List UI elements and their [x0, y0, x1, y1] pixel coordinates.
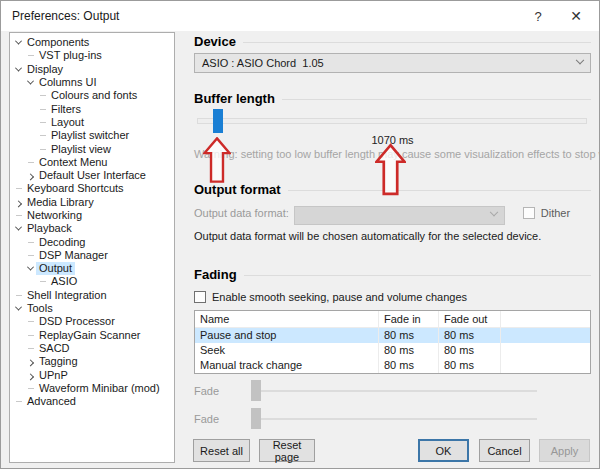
preferences-dialog: Preferences: Output ? ✕ Components VST p… [0, 0, 600, 469]
tree-connector [37, 122, 48, 123]
slider-handle[interactable] [213, 109, 223, 133]
tree-connector [37, 109, 48, 110]
column-header-name[interactable]: Name [195, 311, 378, 328]
sidebar-item-sacd[interactable]: SACD [10, 342, 174, 355]
tree-connector [13, 295, 24, 296]
sidebar-item-columns-ui[interactable]: Columns UI [10, 76, 174, 89]
help-button[interactable]: ? [519, 1, 557, 31]
sidebar-item-playback[interactable]: Playback [10, 222, 174, 235]
close-button[interactable]: ✕ [557, 1, 595, 31]
heading-separator [288, 190, 591, 191]
slider-handle[interactable] [251, 408, 261, 429]
dither-option: Dither [523, 207, 570, 219]
chevron-down-icon[interactable] [13, 40, 24, 45]
dither-label: Dither [541, 207, 570, 219]
slider-track[interactable] [197, 118, 587, 124]
smooth-seeking-label: Enable smooth seeking, pause and volume … [212, 291, 467, 303]
chevron-down-icon[interactable] [25, 80, 36, 85]
sidebar-item-advanced[interactable]: Advanced [10, 395, 174, 408]
sidebar-item-filters[interactable]: Filters [10, 102, 174, 115]
sidebar-item-components[interactable]: Components [10, 36, 174, 49]
sidebar-item-networking[interactable]: Networking [10, 209, 174, 222]
slider-track[interactable] [251, 418, 537, 420]
window-title: Preferences: Output [1, 9, 119, 23]
fading-section-heading: Fading [194, 267, 591, 282]
sidebar-item-tools[interactable]: Tools [10, 302, 174, 315]
table-row-pause-and-stop[interactable]: Pause and stop 80 ms 80 ms [195, 328, 590, 343]
sidebar-item-default-user-interface[interactable]: Default User Interface [10, 169, 174, 182]
tree-connector [13, 401, 24, 402]
tree-connector [13, 215, 24, 216]
tree-connector [25, 242, 36, 243]
tree-connector [25, 162, 36, 163]
chevron-down-icon[interactable] [13, 306, 24, 311]
cell-name: Seek [195, 343, 378, 358]
sidebar-item-context-menu[interactable]: Context Menu [10, 156, 174, 169]
sidebar-item-asio[interactable]: ASIO [10, 275, 174, 288]
sidebar-item-shell-integration[interactable]: Shell Integration [10, 289, 174, 302]
heading-separator [282, 99, 591, 100]
fade-in-slider-row: Fade [194, 380, 591, 402]
sidebar-item-waveform-minibar-mod[interactable]: Waveform Minibar (mod) [10, 382, 174, 395]
device-selected-value: ASIO : ASIO Chord 1.05 [202, 57, 324, 69]
chevron-down-icon[interactable] [25, 266, 36, 271]
tree-connector [37, 149, 48, 150]
slider-handle[interactable] [251, 380, 261, 401]
sidebar-item-colours-and-fonts[interactable]: Colours and fonts [10, 89, 174, 102]
chevron-right-icon[interactable] [25, 173, 36, 178]
column-header-fade-out[interactable]: Fade out [438, 311, 500, 328]
tree-connector [37, 281, 48, 282]
table-row-manual-track-change[interactable]: Manual track change 80 ms 80 ms [195, 358, 590, 373]
cancel-button[interactable]: Cancel [479, 439, 530, 462]
tree-connector [13, 188, 24, 189]
sidebar-item-decoding[interactable]: Decoding [10, 235, 174, 248]
fade-in-slider[interactable] [251, 380, 537, 402]
tree-connector [25, 321, 36, 322]
ok-button[interactable]: OK [418, 439, 469, 462]
reset-all-button[interactable]: Reset all [193, 439, 250, 462]
chevron-down-icon[interactable] [13, 67, 24, 72]
sidebar-item-display[interactable]: Display [10, 63, 174, 76]
cell-fade-out: 80 ms [438, 328, 500, 343]
dither-checkbox[interactable] [523, 207, 535, 219]
chevron-down-icon[interactable] [13, 226, 24, 231]
sidebar-item-playlist-view[interactable]: Playlist view [10, 142, 174, 155]
dialog-footer: Reset all Reset page OK Cancel Apply [193, 439, 590, 462]
device-select[interactable]: ASIO : ASIO Chord 1.05 [194, 53, 591, 73]
sidebar-item-dsp-manager[interactable]: DSP Manager [10, 249, 174, 262]
smooth-seeking-checkbox[interactable] [194, 291, 206, 303]
buffer-heading-label: Buffer length [194, 91, 275, 106]
output-data-format-select[interactable] [294, 206, 505, 225]
chevron-right-icon[interactable] [13, 200, 24, 205]
output-format-heading-label: Output format [194, 182, 281, 197]
buffer-length-value: 1070 ms [194, 134, 591, 146]
output-format-row: Output data format: Dither [194, 203, 591, 223]
chevron-right-icon[interactable] [25, 373, 36, 378]
preferences-tree: Components VST plug-ins Display Columns … [9, 32, 175, 463]
column-header-fade-in[interactable]: Fade in [378, 311, 438, 328]
sidebar-item-layout[interactable]: Layout [10, 116, 174, 129]
table-row-seek[interactable]: Seek 80 ms 80 ms [195, 343, 590, 358]
sidebar-item-dsd-processor[interactable]: DSD Processor [10, 315, 174, 328]
slider-track[interactable] [251, 390, 537, 392]
reset-page-button[interactable]: Reset page [259, 439, 315, 462]
buffer-length-slider[interactable] [194, 109, 591, 134]
sidebar-item-playlist-switcher[interactable]: Playlist switcher [10, 129, 174, 142]
sidebar-item-replaygain-scanner[interactable]: ReplayGain Scanner [10, 329, 174, 342]
fading-heading-label: Fading [194, 267, 237, 282]
fade-out-slider[interactable] [251, 408, 537, 430]
fading-table: Name Fade in Fade out Pause and stop 80 … [194, 310, 591, 374]
sidebar-item-tagging[interactable]: Tagging [10, 355, 174, 368]
sidebar-item-output[interactable]: Output [10, 262, 174, 275]
sidebar-item-media-library[interactable]: Media Library [10, 196, 174, 209]
apply-button[interactable]: Apply [539, 439, 590, 462]
heading-separator [244, 275, 591, 276]
cell-name: Manual track change [195, 358, 378, 373]
sidebar-item-keyboard-shortcuts[interactable]: Keyboard Shortcuts [10, 182, 174, 195]
sidebar-item-vst-plug-ins[interactable]: VST plug-ins [10, 49, 174, 62]
chevron-right-icon[interactable] [25, 359, 36, 364]
output-format-note: Output data format will be chosen automa… [194, 230, 591, 242]
device-section-heading: Device [194, 34, 591, 49]
fade-out-slider-row: Fade [194, 408, 591, 430]
sidebar-item-upnp[interactable]: UPnP [10, 368, 174, 381]
